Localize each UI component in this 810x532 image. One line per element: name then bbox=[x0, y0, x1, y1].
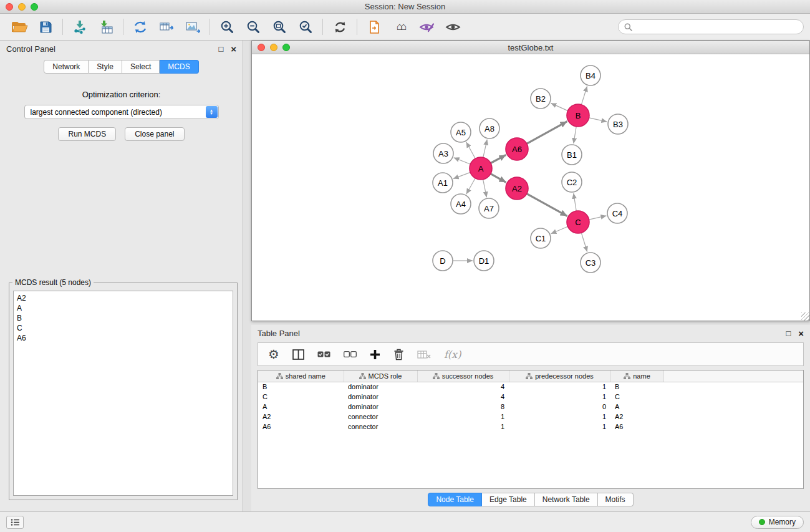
create-column-button[interactable] bbox=[370, 349, 380, 360]
export-image-button[interactable] bbox=[180, 16, 206, 38]
graph-edge-C-C3[interactable] bbox=[581, 233, 587, 252]
graph-edge-A-A3[interactable] bbox=[454, 158, 471, 165]
graph-node-B2[interactable]: B2 bbox=[531, 89, 551, 109]
graph-edge-C-C1[interactable] bbox=[551, 226, 568, 234]
show-hide-button[interactable] bbox=[440, 16, 466, 38]
close-network-button[interactable] bbox=[258, 44, 265, 51]
mcds-result-item[interactable]: B bbox=[17, 313, 229, 323]
close-window-button[interactable] bbox=[6, 3, 13, 11]
delete-column-button[interactable] bbox=[393, 349, 404, 360]
open-session-button[interactable] bbox=[6, 16, 32, 38]
tab-node-table[interactable]: Node Table bbox=[428, 493, 482, 506]
save-session-button[interactable] bbox=[32, 16, 59, 38]
table-row[interactable]: A6connector11A6 bbox=[258, 422, 803, 432]
graph-node-B3[interactable]: B3 bbox=[608, 114, 628, 134]
zoom-selected-button[interactable] bbox=[292, 16, 319, 38]
graph-node-A8[interactable]: A8 bbox=[480, 118, 499, 138]
column-header-MCDS-role[interactable]: MCDS role bbox=[344, 370, 417, 382]
close-panel-icon[interactable]: × bbox=[231, 44, 236, 54]
select-all-columns-button[interactable] bbox=[317, 351, 330, 357]
graph-edge-A6-B[interactable] bbox=[527, 122, 567, 144]
minimize-network-button[interactable] bbox=[270, 44, 277, 51]
graph-edge-A-A6[interactable] bbox=[491, 155, 506, 163]
table-row[interactable]: A2connector11A2 bbox=[258, 412, 803, 422]
home-button[interactable]: ⌂⌂ bbox=[387, 16, 413, 38]
graph-node-A4[interactable]: A4 bbox=[451, 194, 471, 214]
graph-node-A5[interactable]: A5 bbox=[451, 122, 471, 142]
import-network-button[interactable] bbox=[67, 16, 93, 38]
show-columns-button[interactable] bbox=[292, 349, 304, 360]
graph-node-D[interactable]: D bbox=[433, 251, 453, 271]
minimize-window-button[interactable] bbox=[18, 3, 26, 11]
close-table-panel-icon[interactable]: × bbox=[798, 329, 804, 338]
search-input[interactable] bbox=[636, 22, 798, 31]
tab-network[interactable]: Network bbox=[44, 60, 89, 74]
graph-edge-B-B1[interactable] bbox=[574, 127, 576, 143]
graph-node-C3[interactable]: C3 bbox=[581, 253, 600, 273]
memory-button[interactable]: Memory bbox=[751, 516, 804, 529]
mcds-result-item[interactable]: C bbox=[17, 323, 229, 333]
table-row[interactable]: Bdominator41B bbox=[258, 382, 803, 392]
network-graph[interactable]: B4B2BB3A5A8A6B1A3AA1C2A2A4A7C4CC1C3DD1 bbox=[252, 54, 809, 321]
graph-node-A1[interactable]: A1 bbox=[433, 173, 453, 193]
table-settings-button[interactable]: ⚙ bbox=[268, 348, 279, 360]
float-table-panel-icon[interactable]: □ bbox=[786, 329, 791, 337]
graph-edge-A-A7[interactable] bbox=[483, 180, 487, 198]
tab-motifs[interactable]: Motifs bbox=[598, 493, 634, 506]
tab-mcds[interactable]: MCDS bbox=[160, 60, 198, 74]
refresh-button[interactable] bbox=[327, 16, 353, 38]
tab-select[interactable]: Select bbox=[122, 60, 160, 74]
graph-node-A2[interactable]: A2 bbox=[506, 177, 528, 200]
zoom-fit-button[interactable] bbox=[266, 16, 292, 38]
zoom-in-button[interactable] bbox=[214, 16, 240, 38]
mcds-result-item[interactable]: A bbox=[17, 303, 229, 313]
maximize-network-button[interactable] bbox=[282, 44, 290, 51]
float-panel-icon[interactable]: □ bbox=[218, 45, 223, 53]
graph-edge-B-B3[interactable] bbox=[589, 118, 607, 122]
unselect-all-columns-button[interactable] bbox=[344, 351, 357, 357]
graph-node-C4[interactable]: C4 bbox=[607, 203, 627, 223]
tab-network-table[interactable]: Network Table bbox=[535, 493, 598, 506]
graph-node-C2[interactable]: C2 bbox=[562, 172, 582, 192]
table-row[interactable]: Cdominator41C bbox=[258, 392, 803, 402]
zoom-out-button[interactable] bbox=[240, 16, 266, 38]
graph-edge-A-A4[interactable] bbox=[466, 178, 475, 195]
graph-node-B1[interactable]: B1 bbox=[562, 145, 582, 165]
tab-style[interactable]: Style bbox=[89, 60, 122, 74]
graph-edge-C-C2[interactable] bbox=[574, 193, 576, 211]
function-builder-button[interactable]: f(x) bbox=[444, 349, 461, 360]
graph-node-D1[interactable]: D1 bbox=[474, 251, 494, 271]
graph-node-B[interactable]: B bbox=[567, 104, 589, 127]
column-header-name[interactable]: name bbox=[610, 370, 663, 382]
graph-edge-A-A2[interactable] bbox=[491, 174, 506, 183]
graph-node-A3[interactable]: A3 bbox=[433, 143, 453, 163]
style-preview-button[interactable] bbox=[413, 16, 440, 38]
export-table-button[interactable] bbox=[153, 16, 180, 38]
graph-node-A6[interactable]: A6 bbox=[506, 138, 528, 160]
graph-node-C[interactable]: C bbox=[567, 211, 589, 233]
column-header-shared-name[interactable]: shared name bbox=[258, 370, 344, 382]
open-document-button[interactable] bbox=[361, 16, 387, 38]
tab-edge-table[interactable]: Edge Table bbox=[482, 493, 535, 506]
graph-edge-B-B4[interactable] bbox=[581, 86, 587, 105]
table-row[interactable]: Adominator80A bbox=[258, 402, 803, 412]
network-canvas[interactable]: B4B2BB3A5A8A6B1A3AA1C2A2A4A7C4CC1C3DD1 bbox=[252, 54, 809, 321]
delete-table-button[interactable] bbox=[417, 350, 431, 359]
graph-node-A7[interactable]: A7 bbox=[479, 198, 499, 218]
graph-node-B4[interactable]: B4 bbox=[581, 65, 600, 85]
graph-edge-A-A1[interactable] bbox=[453, 172, 470, 178]
mcds-result-list[interactable]: A2ABCA6 bbox=[13, 291, 233, 496]
column-header-successor-nodes[interactable]: successor nodes bbox=[417, 370, 509, 382]
export-network-button[interactable] bbox=[127, 16, 153, 38]
resize-grip[interactable] bbox=[801, 312, 809, 321]
import-table-button[interactable] bbox=[93, 16, 119, 38]
close-panel-button[interactable]: Close panel bbox=[125, 127, 184, 141]
graph-edge-B-B2[interactable] bbox=[551, 103, 567, 110]
optimization-criterion-select[interactable]: largest connected component (directed) ▲… bbox=[24, 105, 219, 119]
graph-edge-C-C4[interactable] bbox=[589, 216, 607, 220]
toolbar-search[interactable] bbox=[618, 19, 804, 34]
graph-edge-A-A5[interactable] bbox=[466, 142, 476, 158]
task-history-button[interactable] bbox=[6, 516, 24, 529]
graph-node-A[interactable]: A bbox=[470, 157, 492, 180]
graph-edge-A2-C[interactable] bbox=[527, 194, 567, 216]
